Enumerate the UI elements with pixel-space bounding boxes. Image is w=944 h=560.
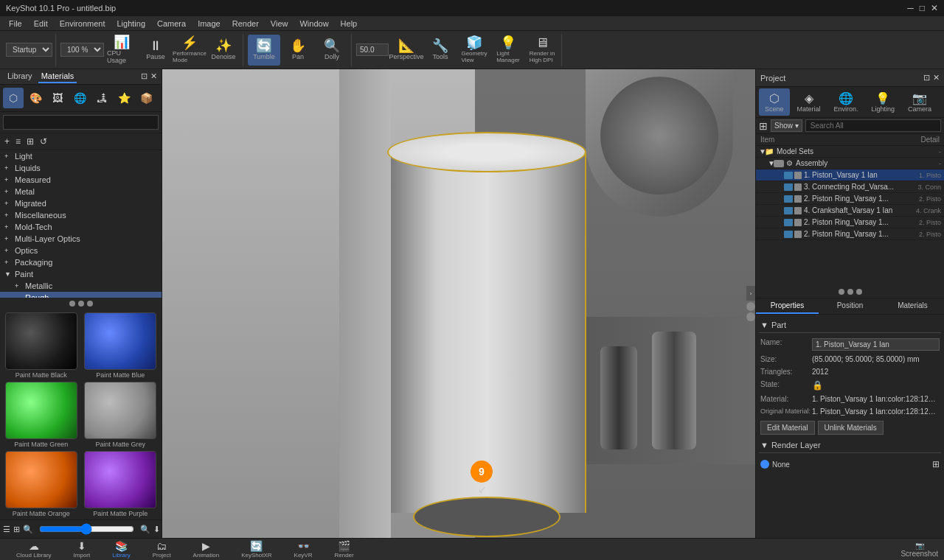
tree-item-metal[interactable]: + Metal (0, 186, 162, 197)
scene-model-sets[interactable]: ▼ 📁 Model Sets - (756, 146, 944, 158)
tab-materials-props[interactable]: Materials (881, 298, 944, 314)
close-panel-btn[interactable]: ✕ (150, 71, 157, 81)
scene-item-rod[interactable]: 3. Connecting Rod_Varsa... 3. Conn (756, 181, 944, 193)
menu-edit[interactable]: Edit (28, 19, 54, 28)
menu-file[interactable]: File (3, 19, 28, 28)
tab-position[interactable]: Position (819, 298, 881, 314)
tree-item-light[interactable]: + Light (0, 150, 162, 162)
tree-item-liquids[interactable]: + Liquids (0, 162, 162, 174)
search-input[interactable] (3, 115, 159, 130)
tree-item-multi-layer-optics[interactable]: + Multi-Layer Optics (0, 233, 162, 245)
denoise-btn[interactable]: ✨ Denoise (207, 35, 240, 66)
mat-item-green[interactable]: Paint Matte Green (3, 382, 80, 448)
expand-all-btn[interactable]: ⊞ (759, 120, 768, 132)
menu-render[interactable]: Render (226, 19, 265, 28)
eye-btn[interactable] (784, 231, 793, 238)
render-layer-section-header[interactable]: ▼ Render Layer (759, 438, 941, 453)
lock-btn[interactable] (794, 195, 802, 203)
tab-scene[interactable]: ⬡ Scene (759, 88, 790, 116)
lock-btn[interactable] (794, 172, 802, 179)
dolly-value-input[interactable] (356, 43, 389, 56)
edit-material-btn[interactable]: Edit Material (760, 421, 815, 435)
scene-item-ring1[interactable]: 2. Piston Ring_Varsay 1... 2. Pisto (756, 193, 944, 205)
pause-btn[interactable]: ⏸ Pause (139, 35, 172, 66)
render-layer-expand-btn[interactable]: ⊞ (932, 459, 940, 469)
workspace-select[interactable]: Startup (6, 43, 52, 57)
float-panel-btn[interactable]: ⊡ (923, 73, 930, 83)
scene-item-piston1[interactable]: 1. Piston_Varsay 1 Ian 1. Pisto (756, 169, 944, 181)
screenshot-btn[interactable]: 📷 Screenshot (900, 542, 938, 558)
scene-assembly[interactable]: ▼ ⚙ Assembly - (756, 158, 944, 169)
tab-material-scene[interactable]: ◈ Material (791, 88, 827, 116)
filter-add-btn[interactable]: + (3, 135, 11, 148)
lock-btn[interactable] (794, 207, 802, 214)
zoom-small-btn[interactable]: 🔍 (140, 525, 150, 534)
window-controls[interactable]: ─ □ ✕ (907, 3, 938, 13)
close-right-panel-btn[interactable]: ✕ (933, 73, 940, 83)
close-btn[interactable]: ✕ (931, 3, 938, 13)
geometry-view-btn[interactable]: 🧊 GeometryView (458, 35, 490, 66)
pan-btn[interactable]: ✋ Pan (282, 35, 314, 66)
tab-library[interactable]: Library (4, 70, 35, 83)
menu-help[interactable]: Help (335, 19, 364, 28)
mat-item-black[interactable]: Paint Matte Black (3, 312, 80, 379)
search-small-btn[interactable]: 🔍 (23, 525, 33, 534)
scene-item-crankshaft[interactable]: 4. Crankshaft_Varsay 1 Ian 4. Crank (756, 205, 944, 217)
render-high-dpi-btn[interactable]: 🖥 Render inHigh DPI (526, 35, 558, 66)
filter-refresh-btn[interactable]: ↺ (38, 135, 49, 148)
filter-list-btn[interactable]: ≡ (14, 135, 22, 148)
tree-item-packaging[interactable]: + Packaging (0, 256, 162, 268)
scene-item-ring2[interactable]: 2. Piston Ring_Varsay 1... 2. Pisto (756, 217, 944, 228)
eye-btn[interactable] (784, 219, 793, 226)
lock-btn[interactable] (794, 231, 802, 238)
lib-textures-icon[interactable]: 🖼 (47, 88, 68, 108)
name-input[interactable] (812, 338, 940, 351)
show-btn[interactable]: Show ▾ (771, 119, 802, 132)
part-section-header[interactable]: ▼ Part (759, 318, 941, 333)
expand-right-btn[interactable]: › (746, 286, 755, 301)
lib-models-icon[interactable]: 📦 (136, 88, 156, 108)
tab-render[interactable]: 🎬 Render (324, 539, 364, 560)
tab-camera-scene[interactable]: 📷 Camera (902, 88, 937, 116)
tree-item-paint[interactable]: ▼ Paint (0, 268, 162, 280)
tab-properties[interactable]: Properties (756, 298, 819, 314)
float-btn[interactable]: ⊡ (141, 71, 148, 81)
eye-btn[interactable] (784, 195, 793, 203)
light-manager-btn[interactable]: 💡 LightManager (492, 35, 524, 66)
minimize-btn[interactable]: ─ (907, 3, 914, 13)
menu-window[interactable]: Window (294, 19, 334, 28)
menu-image[interactable]: Image (192, 19, 226, 28)
tab-environ-scene[interactable]: 🌐 Environ. (828, 88, 864, 116)
tab-materials[interactable]: Materials (38, 70, 77, 83)
filter-grid-btn[interactable]: ⊞ (25, 135, 35, 148)
tab-cloud-library[interactable]: ☁ Cloud Library (6, 539, 62, 560)
zoom-select[interactable]: 100 % (60, 43, 104, 57)
eye-btn[interactable] (774, 160, 784, 167)
tab-project[interactable]: 🗂 Project (142, 539, 181, 560)
scene-item-ring3[interactable]: 2. Piston Ring_Varsay 1... 2. Pisto (756, 228, 944, 240)
grid-view-btn[interactable]: ⊞ (13, 525, 20, 534)
lib-environments-icon[interactable]: 🌐 (69, 88, 90, 108)
tab-animation[interactable]: ▶ Animation (183, 539, 230, 560)
tab-image-scene[interactable]: 🖼 Image (939, 88, 944, 116)
lock-btn[interactable] (794, 219, 802, 226)
mat-item-grey[interactable]: Paint Matte Grey (83, 382, 159, 448)
menu-environment[interactable]: Environment (54, 19, 111, 28)
maximize-btn[interactable]: □ (920, 3, 925, 13)
tree-item-measured[interactable]: + Measured (0, 174, 162, 186)
tab-keyvr[interactable]: 👓 KeyVR (284, 539, 323, 560)
menu-camera[interactable]: Camera (151, 19, 192, 28)
mat-item-blue[interactable]: Paint Matte Blue (83, 312, 159, 379)
tab-library[interactable]: 📚 Library (102, 539, 140, 560)
size-slider[interactable] (39, 523, 134, 535)
tab-import[interactable]: ⬇ Import (63, 539, 101, 560)
tree-item-optics[interactable]: + Optics (0, 245, 162, 256)
cpu-usage-btn[interactable]: 📊 CPU Usage (105, 35, 138, 66)
menu-view[interactable]: View (265, 19, 294, 28)
tree-item-migrated[interactable]: + Migrated (0, 197, 162, 209)
perspective-btn[interactable]: 📐 Perspective (390, 35, 423, 66)
list-view-btn[interactable]: ☰ (3, 525, 10, 534)
download-btn[interactable]: ⬇ (153, 525, 160, 534)
viewport[interactable]: 9 ↙ › (162, 69, 755, 538)
eye-btn[interactable] (784, 207, 793, 214)
